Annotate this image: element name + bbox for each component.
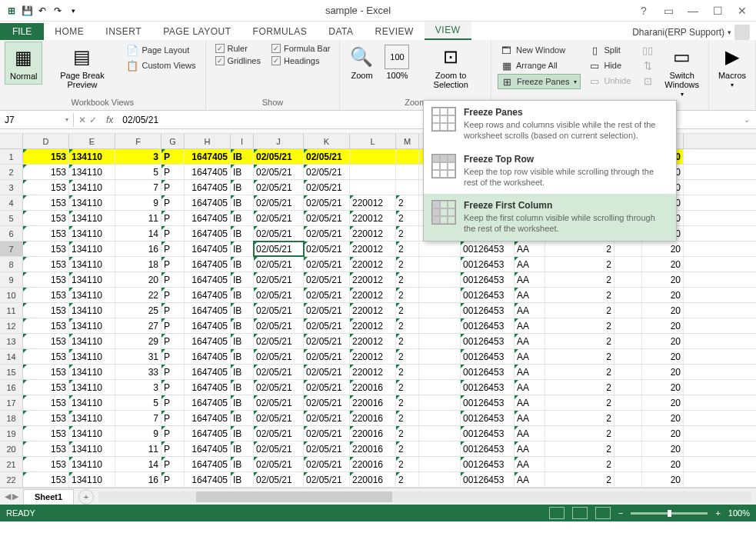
cell[interactable]: AA: [515, 288, 545, 302]
cell[interactable]: 153: [23, 211, 69, 225]
cell[interactable]: 20: [642, 395, 684, 410]
cell[interactable]: 31: [115, 349, 162, 364]
cell[interactable]: 2: [545, 411, 614, 425]
cell[interactable]: 02/05/21: [254, 211, 304, 225]
cell[interactable]: 18: [115, 257, 162, 272]
cell[interactable]: 153: [23, 180, 69, 195]
cell[interactable]: AA: [515, 349, 545, 364]
custom-views-button[interactable]: 📋Custom Views: [123, 58, 198, 72]
cell[interactable]: [614, 441, 642, 456]
cell[interactable]: 134110: [69, 365, 115, 379]
column-header-D[interactable]: D: [23, 134, 69, 148]
cancel-formula-icon[interactable]: ✕: [78, 115, 86, 125]
cell[interactable]: 02/05/21: [254, 195, 304, 210]
cell[interactable]: 1647405: [185, 365, 231, 379]
cell[interactable]: P: [162, 318, 185, 333]
normal-view-button[interactable]: ▦ Normal: [5, 42, 42, 85]
row-header[interactable]: 16: [0, 380, 23, 395]
cell[interactable]: 1647405: [185, 426, 231, 441]
cell[interactable]: 20: [642, 303, 684, 318]
cell[interactable]: 14: [115, 457, 162, 471]
cell[interactable]: [350, 180, 396, 195]
scrollbar-thumb[interactable]: [196, 491, 392, 502]
cell[interactable]: 1647405: [185, 395, 231, 410]
cell[interactable]: 02/05/21: [304, 365, 350, 379]
cell[interactable]: 20: [642, 457, 684, 471]
cell[interactable]: 220016: [350, 395, 396, 410]
gridlines-checkbox[interactable]: ✓Gridlines: [212, 55, 264, 66]
tab-file[interactable]: FILE: [0, 23, 44, 40]
cell[interactable]: 02/05/21: [304, 349, 350, 364]
macros-button[interactable]: ▶Macros▾: [714, 42, 751, 92]
cell[interactable]: 20: [642, 288, 684, 302]
cell[interactable]: 220012: [350, 349, 396, 364]
cell[interactable]: AA: [515, 334, 545, 348]
cell[interactable]: 2: [545, 303, 614, 318]
cell[interactable]: 02/05/21: [304, 426, 350, 441]
cell[interactable]: 1647405: [185, 334, 231, 348]
cell[interactable]: 7: [115, 411, 162, 425]
cell[interactable]: [614, 457, 642, 471]
cell[interactable]: [396, 165, 419, 179]
expand-formula-bar-icon[interactable]: ⌄: [738, 115, 756, 124]
row-header[interactable]: 5: [0, 211, 23, 225]
cell[interactable]: 220016: [350, 457, 396, 471]
cell[interactable]: [419, 472, 461, 487]
cell[interactable]: 00126453: [461, 472, 515, 487]
cell[interactable]: 9: [115, 426, 162, 441]
cell[interactable]: 00126453: [461, 318, 515, 333]
excel-icon[interactable]: ⊞: [5, 4, 18, 18]
cell[interactable]: AA: [515, 272, 545, 287]
view-side-by-side-button[interactable]: ▯▯: [638, 43, 657, 57]
cell[interactable]: P: [162, 380, 185, 395]
cell[interactable]: 02/05/21: [254, 365, 304, 379]
cell[interactable]: 20: [642, 380, 684, 395]
sheet-nav-next-icon[interactable]: ▶: [12, 491, 18, 501]
hide-button[interactable]: ▭Hide: [585, 58, 634, 72]
cell[interactable]: 02/05/21: [254, 257, 304, 272]
cell[interactable]: P: [162, 426, 185, 441]
cell[interactable]: 2: [396, 411, 419, 425]
cell[interactable]: IB: [231, 272, 254, 287]
cell[interactable]: 2: [396, 365, 419, 379]
cell[interactable]: P: [162, 149, 185, 164]
cell[interactable]: P: [162, 472, 185, 487]
row-header[interactable]: 1: [0, 149, 23, 164]
freeze-panes-option[interactable]: Freeze PanesKeep rows and columns visibl…: [424, 101, 676, 148]
tab-data[interactable]: DATA: [318, 23, 364, 40]
cell[interactable]: P: [162, 211, 185, 225]
cell[interactable]: 02/05/21: [304, 149, 350, 164]
cell[interactable]: IB: [231, 472, 254, 487]
row-header[interactable]: 12: [0, 318, 23, 333]
cell[interactable]: AA: [515, 426, 545, 441]
cell[interactable]: 153: [23, 165, 69, 179]
tab-review[interactable]: REVIEW: [364, 23, 424, 40]
cell[interactable]: 02/05/21: [254, 149, 304, 164]
column-header-L[interactable]: L: [350, 134, 396, 148]
cell[interactable]: 22: [115, 288, 162, 302]
cell[interactable]: 153: [23, 303, 69, 318]
cell[interactable]: IB: [231, 149, 254, 164]
row-header[interactable]: 3: [0, 180, 23, 195]
cell[interactable]: 2: [396, 318, 419, 333]
cell[interactable]: 27: [115, 318, 162, 333]
cell[interactable]: 2: [396, 257, 419, 272]
cell[interactable]: 5: [115, 165, 162, 179]
cell[interactable]: 00126453: [461, 334, 515, 348]
zoom-to-selection-button[interactable]: ⊡Zoom to Selection: [415, 42, 486, 92]
freeze-panes-button[interactable]: ⊞Freeze Panes▾: [498, 74, 581, 89]
cell[interactable]: 20: [642, 272, 684, 287]
cell[interactable]: 134110: [69, 411, 115, 425]
cell[interactable]: 02/05/21: [254, 272, 304, 287]
sync-scroll-button[interactable]: ⇅: [638, 58, 657, 72]
cell[interactable]: P: [162, 226, 185, 241]
cell[interactable]: 02/05/21: [254, 441, 304, 456]
cell[interactable]: 20: [642, 472, 684, 487]
cell[interactable]: [614, 365, 642, 379]
cell[interactable]: [419, 395, 461, 410]
cell[interactable]: [419, 334, 461, 348]
cell[interactable]: 220012: [350, 257, 396, 272]
cell[interactable]: AA: [515, 303, 545, 318]
cell[interactable]: 134110: [69, 272, 115, 287]
user-account[interactable]: Dharani(ERP Support) ▾: [632, 25, 756, 40]
